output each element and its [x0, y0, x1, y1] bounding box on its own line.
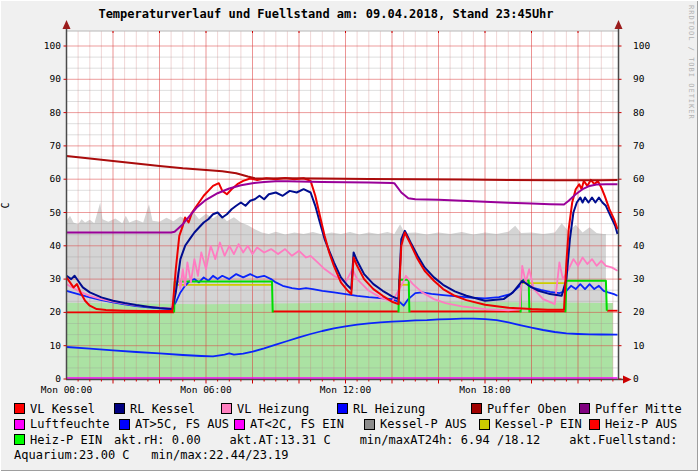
svg-text:10: 10	[50, 340, 62, 351]
svg-text:30: 30	[633, 273, 645, 284]
legend-row: Heiz-P EINakt.rH: 0.00 akt.AT:13.31 C mi…	[14, 432, 694, 448]
legend-swatch-icon	[479, 419, 490, 430]
svg-text:Mon 06:00: Mon 06:00	[180, 384, 232, 395]
svg-text:60: 60	[633, 173, 645, 184]
legend-label: akt.rH: 0.00 akt.AT:13.31 C min/maxAT24h…	[114, 433, 698, 447]
svg-text:20: 20	[50, 306, 62, 317]
legend-label: RL Kessel	[130, 402, 195, 416]
svg-text:100: 100	[633, 40, 650, 51]
svg-text:10: 10	[633, 340, 645, 351]
svg-text:50: 50	[50, 207, 62, 218]
legend-swatch-icon	[234, 419, 245, 430]
legend-label: Puffer Mitte	[595, 402, 682, 416]
legend-item: RL Kessel	[114, 402, 221, 416]
svg-text:Mon 12:00: Mon 12:00	[320, 384, 372, 395]
legend-swatch-icon	[114, 403, 125, 414]
legend-item: RL Heizung	[337, 402, 471, 416]
legend-swatch-icon	[221, 403, 232, 414]
chart-canvas: 0010102020303040405050606070708080909010…	[0, 0, 698, 404]
svg-text:100: 100	[44, 40, 61, 51]
legend-label: AT>5C, FS AUS	[135, 417, 229, 431]
svg-text:50: 50	[633, 207, 645, 218]
legend-label: Puffer Oben	[487, 402, 566, 416]
legend-row: LuftfeuchteAT>5C, FS AUSAT<2C, FS EINKes…	[14, 417, 694, 433]
svg-text:70: 70	[633, 140, 645, 151]
legend-label: Heiz-P EIN	[30, 433, 102, 447]
legend-label: Aquarium:23.00 C min/max:22.44/23.19	[14, 448, 289, 462]
x-axis-arrow-icon	[623, 376, 632, 384]
legend-item: AT<2C, FS EIN	[234, 417, 364, 431]
svg-text:40: 40	[633, 240, 645, 251]
svg-text:90: 90	[50, 73, 62, 84]
svg-text:Mon 18:00: Mon 18:00	[459, 384, 511, 395]
svg-text:70: 70	[50, 140, 62, 151]
legend-item: Puffer Mitte	[579, 402, 682, 416]
legend-label: VL Kessel	[30, 402, 95, 416]
legend-swatch-icon	[337, 403, 348, 414]
legend-swatch-icon	[14, 403, 25, 414]
legend-swatch-icon	[471, 403, 482, 414]
legend-item: VL Heizung	[221, 402, 337, 416]
legend-item: VL Kessel	[14, 402, 114, 416]
legend-swatch-icon	[589, 419, 600, 430]
svg-text:Mon 00:00: Mon 00:00	[41, 384, 93, 395]
legend-swatch-icon	[14, 434, 25, 445]
svg-text:0: 0	[633, 373, 639, 384]
svg-text:80: 80	[633, 107, 645, 118]
legend-label: Heiz-P AUS	[605, 417, 677, 431]
y-axis-arrow-icon	[63, 20, 71, 29]
legend-item: Puffer Oben	[471, 402, 579, 416]
legend-item: akt.rH: 0.00 akt.AT:13.31 C min/maxAT24h…	[114, 433, 698, 447]
legend-label: Kessel-P EIN	[495, 417, 582, 431]
legend-swatch-icon	[579, 403, 590, 414]
svg-text:30: 30	[50, 273, 62, 284]
legend-row: Aquarium:23.00 C min/max:22.44/23.19	[14, 448, 694, 464]
legend-item: Kessel-P EIN	[479, 417, 589, 431]
y-axis-right-arrow-icon	[615, 20, 623, 29]
svg-text:80: 80	[50, 107, 62, 118]
legend-item: Luftfeuchte	[14, 417, 119, 431]
legend-swatch-icon	[14, 419, 25, 430]
legend-item: Heiz-P AUS	[589, 417, 677, 431]
legend-label: VL Heizung	[237, 402, 309, 416]
rrdtool-graph: Temperaturverlauf und Fuellstand am: 09.…	[0, 0, 698, 471]
svg-text:90: 90	[633, 73, 645, 84]
svg-text:40: 40	[50, 240, 62, 251]
legend-row: VL KesselRL KesselVL HeizungRL HeizungPu…	[14, 401, 694, 417]
legend-label: RL Heizung	[353, 402, 425, 416]
legend-label: AT<2C, FS EIN	[250, 417, 344, 431]
svg-text:0: 0	[55, 373, 61, 384]
legend-item: Aquarium:23.00 C min/max:22.44/23.19	[14, 448, 289, 462]
legend: VL KesselRL KesselVL HeizungRL HeizungPu…	[14, 401, 694, 463]
legend-swatch-icon	[364, 419, 375, 430]
legend-label: Kessel-P AUS	[380, 417, 467, 431]
legend-item: Heiz-P EIN	[14, 433, 114, 447]
legend-item: AT>5C, FS AUS	[119, 417, 234, 431]
svg-text:20: 20	[633, 306, 645, 317]
watermark: RRDTOOL / TOBI OETIKER	[687, 5, 695, 120]
legend-swatch-icon	[119, 419, 130, 430]
svg-text:60: 60	[50, 173, 62, 184]
legend-item: Kessel-P AUS	[364, 417, 479, 431]
legend-label: Luftfeuchte	[30, 417, 109, 431]
